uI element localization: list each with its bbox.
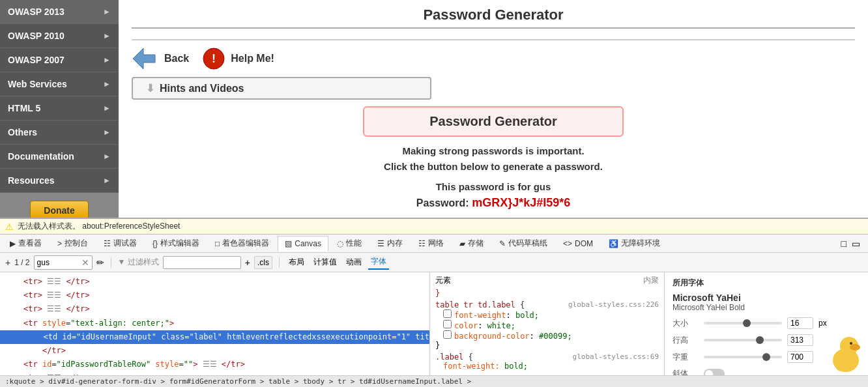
content-label: 内聚 <box>643 275 659 286</box>
sidebar-item-owasp2007[interactable]: OWASP 2007 ► <box>0 48 119 72</box>
svg-text:!: ! <box>212 52 216 65</box>
tab-memory[interactable]: ☰ 内存 <box>370 235 410 252</box>
search-clear-icon[interactable]: ✕ <box>81 257 89 268</box>
tab-debugger-label: 调试器 <box>113 238 137 249</box>
filter-input[interactable] <box>163 256 241 269</box>
breadcrumb: :kquote > div#id-generator-form-div > fo… <box>0 375 868 387</box>
sidebar-item-label: Web Services <box>8 79 67 89</box>
tab-dom[interactable]: <> DOM <box>556 236 600 251</box>
font-subname: Microsoft YaHei Bold <box>673 303 860 312</box>
italic-toggle[interactable] <box>704 369 725 376</box>
tab-dom-label: DOM <box>575 239 593 248</box>
svg-marker-0 <box>133 48 155 69</box>
tab-inspector[interactable]: ▶ 查看器 <box>3 235 49 252</box>
tab-color-picker[interactable]: □ 着色器编辑器 <box>208 235 276 252</box>
tab-storage[interactable]: ▰ 存储 <box>452 235 491 252</box>
animation-tab[interactable]: 动画 <box>343 255 364 269</box>
style-editor-icon: {} <box>152 239 158 248</box>
for-user-text: This password is for gus <box>132 181 855 192</box>
font-section-label: 所用字体 <box>673 278 860 289</box>
tab-canvas-label: Canvas <box>295 239 321 248</box>
sidebar-item-owasp2010[interactable]: OWASP 2010 ► <box>0 24 119 48</box>
warning-icon: ⚠ <box>5 222 14 232</box>
style-rule-3: global-styles.css:69 .label { font-weigh… <box>435 352 659 371</box>
svg-point-6 <box>850 342 852 345</box>
pick-element-icon[interactable]: ✏ <box>96 257 104 268</box>
sidebar-item-resources[interactable]: Resources ► <box>0 169 119 193</box>
size-label: 大小 <box>673 318 699 329</box>
tab-accessibility[interactable]: ♿ 无障碍环境 <box>601 235 667 252</box>
tab-scratchpad[interactable]: ✎ 代码草稿纸 <box>492 235 555 252</box>
down-arrow-icon: ⬇ <box>146 82 154 94</box>
lineh-input[interactable] <box>787 334 813 346</box>
code-panel: <tr> ☰☰ </tr> <tr> ☰☰ </tr> <tr> ☰☰ </tr… <box>0 272 430 375</box>
sidebar: OWASP 2013 ► OWASP 2010 ► OWASP 2007 ► W… <box>0 0 119 218</box>
dock-icon[interactable]: □ <box>841 238 846 249</box>
back-icon <box>132 47 159 70</box>
prop-checkbox[interactable] <box>443 309 452 318</box>
sidebar-item-label: HTML 5 <box>8 103 40 113</box>
tab-debugger[interactable]: ☷ 调试器 <box>96 235 144 252</box>
chevron-right-icon: ► <box>103 176 111 185</box>
tab-canvas[interactable]: ▧ Canvas <box>278 236 328 251</box>
help-button[interactable]: ! Help Me! <box>202 47 274 70</box>
color-picker-icon: □ <box>215 239 220 248</box>
tab-network[interactable]: ☷ 网络 <box>411 235 451 252</box>
prop-checkbox[interactable] <box>443 320 452 328</box>
lineh-slider[interactable] <box>704 339 782 341</box>
code-line: <tr> ☰☰ </tr> <box>0 275 429 289</box>
svg-point-5 <box>850 344 860 351</box>
hints-label: Hints and Videos <box>160 83 244 94</box>
expand-icon[interactable]: ▭ <box>852 238 860 249</box>
weight-label: 字重 <box>673 352 699 363</box>
computed-tab[interactable]: 计算值 <box>311 255 340 269</box>
tab-scratchpad-label: 代码草稿纸 <box>508 238 547 249</box>
help-label: Help Me! <box>231 53 274 64</box>
accessibility-icon: ♿ <box>609 239 618 248</box>
tab-performance-label: 性能 <box>346 238 362 249</box>
search-input[interactable] <box>37 258 76 267</box>
performance-icon: ◌ <box>337 239 343 248</box>
size-input[interactable] <box>787 317 813 329</box>
sidebar-item-documentation[interactable]: Documentation ► <box>0 145 119 169</box>
selected-code-line[interactable]: <td id="idUsernameInput" class="label" h… <box>0 330 429 344</box>
donate-button[interactable]: Donate <box>30 201 88 218</box>
add-icon[interactable]: + <box>5 257 10 268</box>
back-button[interactable]: Back <box>132 47 189 70</box>
devtools-panel: ⚠ 无法载入样式表。 about:PreferenceStyleSheet ▶ … <box>0 218 868 387</box>
font-tab[interactable]: 字体 <box>368 255 389 270</box>
sidebar-item-label: Documentation <box>8 151 74 162</box>
tab-console[interactable]: > 控制台 <box>50 235 95 252</box>
sidebar-item-html5[interactable]: HTML 5 ► <box>0 96 119 121</box>
back-label: Back <box>164 53 189 64</box>
sidebar-item-webservices[interactable]: Web Services ► <box>0 72 119 96</box>
tab-performance[interactable]: ◌ 性能 <box>330 235 369 252</box>
font-panel: 所用字体 Microsoft YaHei Microsoft YaHei Bol… <box>665 272 868 375</box>
sidebar-item-others[interactable]: Others ► <box>0 121 119 145</box>
console-icon: > <box>57 239 62 248</box>
chevron-right-icon: ► <box>103 55 111 64</box>
nav-buttons: Back ! Help Me! <box>132 47 855 70</box>
add-style-icon[interactable]: + <box>245 257 250 268</box>
size-slider[interactable] <box>704 322 782 324</box>
scratchpad-icon: ✎ <box>499 239 506 248</box>
weight-input[interactable] <box>787 351 813 363</box>
chevron-right-icon: ► <box>103 7 111 16</box>
prop-checkbox[interactable] <box>443 330 452 339</box>
password-box: Password Generator <box>363 106 624 137</box>
weight-slider[interactable] <box>704 356 782 358</box>
italic-label: 斜体 <box>673 368 699 375</box>
code-line: <tr> ☰☰ </tr> <box>0 289 429 302</box>
layout-tab[interactable]: 布局 <box>286 255 307 269</box>
hints-button[interactable]: ⬇ Hints and Videos <box>132 77 431 100</box>
size-unit: px <box>818 319 827 328</box>
pseudo-class-icon[interactable]: .cls <box>254 256 272 269</box>
debugger-icon: ☷ <box>104 239 111 248</box>
chevron-right-icon: ► <box>103 128 111 137</box>
font-name: Microsoft YaHei <box>673 293 860 303</box>
tab-style-editor[interactable]: {} 样式编辑器 <box>145 235 207 252</box>
storage-icon: ▰ <box>459 239 465 248</box>
description: Making strong passwords is important. Cl… <box>132 143 855 175</box>
sidebar-item-owasp2013[interactable]: OWASP 2013 ► <box>0 0 119 24</box>
weight-slider-thumb <box>762 353 770 361</box>
